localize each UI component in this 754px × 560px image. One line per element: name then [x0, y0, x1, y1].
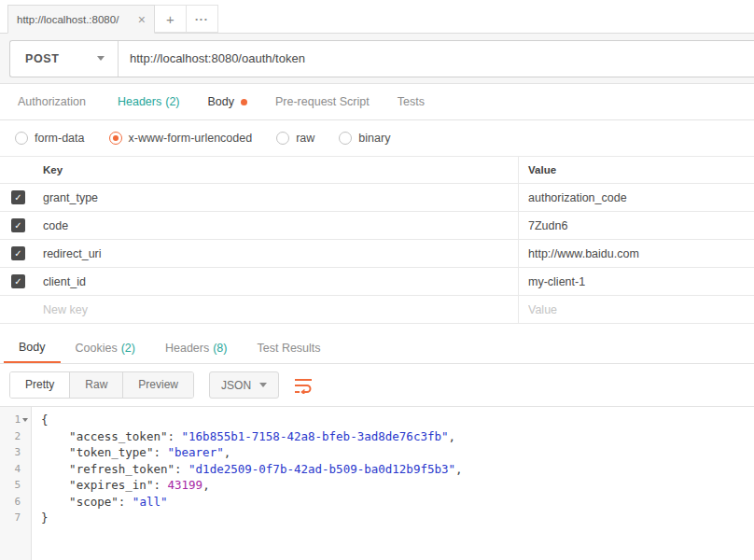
- new-value-cell: [518, 296, 754, 323]
- table-row: ✓ redirect_uri http://www.baidu.com: [0, 240, 754, 268]
- code-line: 2 "access_token": "16b855b1-7158-42a8-bf…: [0, 428, 754, 445]
- code-line: 7 }: [0, 510, 754, 526]
- body-mode-selector: form-data x-www-form-urlencoded raw bina…: [0, 120, 754, 156]
- response-tab-headers[interactable]: Headers (8): [150, 332, 243, 363]
- new-tab-button[interactable]: +: [155, 5, 187, 33]
- fold-caret-icon: [22, 418, 28, 422]
- fold-toggle[interactable]: [21, 418, 30, 422]
- table-row: ✓ client_id my-client-1: [0, 268, 754, 296]
- mode-form-data[interactable]: form-data: [15, 132, 85, 145]
- postman-app: http://localhost.:8080/ × + ••• POST Aut…: [0, 0, 754, 560]
- key-column-header: Key: [34, 164, 518, 175]
- row-checkbox-cell: ✓: [0, 240, 34, 267]
- view-mode-group: Pretty Raw Preview: [9, 371, 194, 399]
- tab-prerequest-script[interactable]: Pre-request Script: [261, 84, 384, 119]
- more-tabs-button[interactable]: •••: [187, 5, 218, 33]
- checkbox-checked-icon[interactable]: ✓: [11, 274, 25, 288]
- row-checkbox-cell: ✓: [0, 184, 34, 211]
- request-tab[interactable]: http://localhost.:8080/ ×: [7, 5, 155, 34]
- table-header-row: Key Value: [0, 156, 754, 184]
- close-icon[interactable]: ×: [138, 13, 146, 26]
- radio-selected-icon[interactable]: [109, 132, 122, 145]
- tab-body[interactable]: Body: [194, 84, 262, 119]
- table-row: ✓ grant_type authorization_code: [0, 184, 754, 212]
- table-new-row: [0, 296, 754, 324]
- radio-unselected-icon[interactable]: [15, 132, 28, 145]
- param-value[interactable]: my-client-1: [518, 268, 754, 295]
- method-dropdown[interactable]: POST: [10, 41, 119, 77]
- mode-x-www-form-urlencoded[interactable]: x-www-form-urlencoded: [109, 132, 253, 145]
- url-control: POST: [9, 40, 754, 77]
- wrap-text-button[interactable]: [294, 377, 313, 394]
- language-label: JSON: [221, 379, 251, 392]
- view-preview-button[interactable]: Preview: [122, 372, 193, 398]
- checkbox-checked-icon[interactable]: ✓: [11, 246, 25, 260]
- language-dropdown[interactable]: JSON: [209, 371, 279, 399]
- new-value-input[interactable]: [528, 303, 745, 316]
- mode-binary[interactable]: binary: [339, 132, 390, 145]
- request-bar: POST: [0, 34, 754, 84]
- url-input[interactable]: [119, 41, 754, 77]
- request-tabs: Authorization Headers (2) Body Pre-reque…: [0, 84, 754, 120]
- code-line: 5 "expires_in": 43199,: [0, 477, 754, 494]
- table-row: ✓ code 7Zudn6: [0, 212, 754, 240]
- checkbox-checked-icon[interactable]: ✓: [11, 218, 25, 232]
- plus-icon: +: [166, 11, 175, 27]
- row-checkbox-cell: ✓: [0, 268, 34, 295]
- view-raw-button[interactable]: Raw: [69, 372, 122, 398]
- tab-authorization[interactable]: Authorization: [4, 84, 100, 119]
- wrap-text-icon: [294, 377, 313, 394]
- tab-headers[interactable]: Headers (2): [100, 84, 194, 119]
- request-tab-title: http://localhost.:8080/: [17, 14, 131, 25]
- chevron-down-icon: [97, 56, 105, 61]
- checkbox-checked-icon[interactable]: ✓: [11, 190, 25, 204]
- response-tab-body[interactable]: Body: [4, 332, 61, 363]
- code-line: 1 {: [0, 412, 754, 428]
- row-checkbox-cell: [0, 296, 34, 323]
- new-key-cell: [34, 303, 518, 316]
- response-tab-cookies[interactable]: Cookies (2): [61, 332, 150, 363]
- response-body-viewer: 1 { 2 "access_token": "16b855b1-7158-42a…: [0, 407, 754, 560]
- param-value[interactable]: http://www.baidu.com: [518, 240, 754, 267]
- param-key[interactable]: code: [34, 219, 518, 232]
- ellipsis-icon: •••: [195, 15, 208, 23]
- radio-unselected-icon[interactable]: [339, 132, 352, 145]
- mode-raw[interactable]: raw: [276, 132, 314, 145]
- body-content-dot: [241, 99, 247, 105]
- tab-bar: http://localhost.:8080/ × + •••: [0, 0, 754, 34]
- params-table: Key Value ✓ grant_type authorization_cod…: [0, 156, 754, 324]
- param-key[interactable]: grant_type: [34, 191, 518, 204]
- param-key[interactable]: redirect_uri: [34, 247, 518, 260]
- code-line: 6 "scope": "all": [0, 494, 754, 511]
- response-toolbar: Pretty Raw Preview JSON: [0, 364, 754, 407]
- radio-unselected-icon[interactable]: [276, 132, 289, 145]
- param-value[interactable]: authorization_code: [518, 184, 754, 211]
- param-key[interactable]: client_id: [34, 275, 518, 288]
- param-value[interactable]: 7Zudn6: [518, 212, 754, 239]
- code-line: 3 "token_type": "bearer",: [0, 444, 754, 461]
- method-label: POST: [25, 52, 59, 65]
- response-tab-test-results[interactable]: Test Results: [242, 332, 335, 363]
- chevron-down-icon: [259, 383, 267, 387]
- new-key-input[interactable]: [43, 303, 509, 316]
- tab-tests[interactable]: Tests: [384, 84, 439, 119]
- header-checkbox-col: [0, 157, 34, 183]
- value-column-header: Value: [518, 157, 754, 183]
- row-checkbox-cell: ✓: [0, 212, 34, 239]
- response-tabs: Body Cookies (2) Headers (8) Test Result…: [0, 332, 754, 364]
- code-line: 4 "refresh_token": "d1de2509-0f7b-42ad-b…: [0, 461, 754, 478]
- view-pretty-button[interactable]: Pretty: [10, 372, 69, 398]
